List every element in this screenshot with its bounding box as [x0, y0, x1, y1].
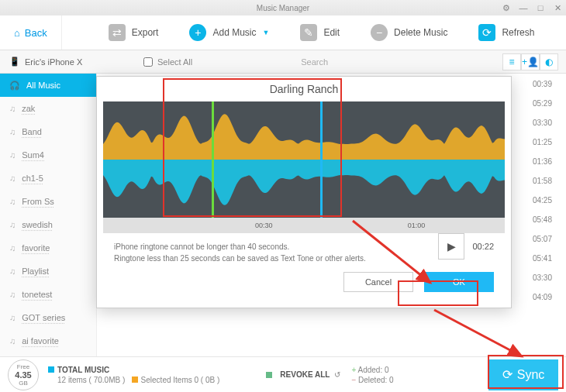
info-line-1: iPhone ringtone cannot be longer than 40… [114, 241, 494, 253]
duration-cell: 05:48 [533, 215, 552, 224]
added-label: Added: 0 [357, 366, 388, 374]
window-titlebar: Music Manager ⚙ — □ ✕ [0, 0, 566, 15]
ok-button[interactable]: OK [424, 272, 494, 292]
sidebar-item-label: All Music [26, 81, 60, 90]
add-icon: + [189, 24, 206, 41]
sidebar-item-label: ch1-5 [22, 174, 43, 183]
total-music-label: TOTAL MUSIC [57, 366, 109, 374]
sidebar-item-label: GOT series [22, 313, 65, 322]
sync-icon: ⟳ [502, 367, 513, 382]
modal-title: Darling Ranch [97, 77, 511, 101]
duration-cell: 05:07 [533, 235, 552, 243]
device-icon: 📱 [9, 57, 20, 67]
playlist-icon: ♫ [9, 266, 16, 276]
sidebar-item-label: Playlist [22, 266, 49, 276]
sidebar-item-got-series[interactable]: ♫GOT series [0, 306, 96, 329]
sidebar-item-label: favorite [22, 243, 50, 253]
sidebar-item-from-ss[interactable]: ♫From Ss [0, 190, 96, 213]
waveform-bottom [103, 160, 505, 218]
sub-toolbar: 📱 Eric's iPhone X Select All Search ≡ +👤… [0, 50, 566, 74]
playlist-icon: ♫ [9, 336, 16, 346]
main-toolbar: ⌂ Back ⇄ Export + Add Music ▼ ✎ Edit − D… [0, 15, 566, 50]
sidebar: 🎧All Music♫zak♫Band♫Sum4♫ch1-5♫From Ss♫s… [0, 74, 97, 380]
sidebar-item-label: tonetest [22, 290, 52, 299]
close-icon[interactable]: ✕ [552, 2, 563, 13]
select-all-label: Select All [157, 57, 192, 67]
play-controls: ▶ 00:22 [438, 233, 494, 260]
delete-music-button[interactable]: − Delete Music [371, 24, 447, 41]
export-button[interactable]: ⇄ Export [109, 24, 159, 41]
minimize-icon[interactable]: — [518, 2, 529, 13]
duration-cell: 01:58 [533, 177, 552, 185]
sidebar-item-sum4[interactable]: ♫Sum4 [0, 143, 96, 167]
sidebar-item-ch1-5[interactable]: ♫ch1-5 [0, 167, 96, 190]
duration-cell: 04:09 [533, 293, 552, 301]
play-button[interactable]: ▶ [438, 233, 464, 260]
home-icon: ⌂ [14, 27, 20, 39]
sidebar-item-band[interactable]: ♫Band [0, 120, 96, 143]
total-music-detail: 12 items ( 70.0MB ) [57, 376, 125, 384]
edit-button[interactable]: ✎ Edit [300, 24, 340, 41]
sidebar-item-all-music[interactable]: 🎧All Music [0, 74, 96, 97]
deleted-label: Deleted: 0 [358, 376, 394, 384]
selected-items-label: Selected Items 0 ( 0B ) [141, 376, 220, 384]
select-all-checkbox[interactable]: Select All [143, 57, 192, 67]
time-axis: 00:30 01:00 [103, 218, 505, 233]
add-music-label: Add Music [212, 27, 256, 38]
sidebar-item-swedish[interactable]: ♫swedish [0, 213, 96, 236]
select-all-input[interactable] [143, 57, 153, 67]
device-selector[interactable]: 📱 Eric's iPhone X [0, 57, 97, 67]
window-title: Music Manager [257, 4, 309, 12]
view-list-icon[interactable]: ≡ [502, 53, 521, 70]
playlist-icon: ♫ [9, 313, 16, 322]
maximize-icon[interactable]: □ [535, 2, 546, 13]
settings-icon[interactable]: ⚙ [501, 2, 512, 13]
axis-tick-1: 00:30 [255, 222, 273, 229]
export-icon: ⇄ [109, 24, 126, 41]
playlist-icon: ♫ [9, 127, 16, 136]
sidebar-item-label: Band [22, 127, 42, 136]
edit-label: Edit [323, 27, 340, 38]
globe-icon[interactable]: ◐ [540, 53, 558, 70]
back-button[interactable]: ⌂ Back [0, 15, 62, 50]
duration-cell: 01:25 [533, 138, 552, 146]
playlist-icon: ♫ [9, 104, 16, 113]
duration-cell: 05:29 [533, 99, 552, 108]
waveform-top [103, 101, 505, 160]
sidebar-item-ai-favorite[interactable]: ♫ai favorite [0, 329, 96, 352]
revoke-all-button[interactable]: REVOKE ALL ↺ [266, 370, 340, 379]
waveform-display[interactable]: 00:30 01:00 [103, 101, 505, 233]
playlist-icon: ♫ [9, 290, 16, 299]
add-user-icon[interactable]: +👤 [521, 53, 540, 70]
duration-cell: 00:39 [533, 80, 552, 88]
sidebar-item-favorite[interactable]: ♫favorite [0, 236, 96, 260]
refresh-button[interactable]: ⟳ Refresh [478, 24, 534, 41]
selection-start-marker[interactable] [212, 101, 214, 218]
back-label: Back [25, 27, 47, 39]
total-music-block: TOTAL MUSIC 12 items ( 70.0MB ) Selected… [48, 366, 219, 384]
free-label: Free [17, 363, 29, 370]
sidebar-item-tonetest[interactable]: ♫tonetest [0, 283, 96, 306]
sidebar-item-label: From Ss [22, 197, 54, 206]
free-value: 4.35 [15, 370, 31, 380]
free-space-badge: Free 4.35 GB [8, 359, 39, 390]
duration-cell: 01:36 [533, 157, 552, 166]
sidebar-item-zak[interactable]: ♫zak [0, 97, 96, 120]
play-time: 00:22 [472, 242, 494, 251]
playlist-icon: ♫ [9, 197, 16, 206]
export-label: Export [132, 27, 159, 38]
delete-icon: − [371, 24, 388, 41]
sidebar-item-playlist[interactable]: ♫Playlist [0, 260, 96, 283]
add-music-button[interactable]: + Add Music ▼ [189, 24, 269, 41]
sidebar-item-label: swedish [22, 220, 53, 229]
device-label: Eric's iPhone X [25, 57, 82, 67]
duration-cell: 03:30 [533, 119, 552, 127]
duration-cell: 03:30 [533, 273, 552, 282]
cancel-button[interactable]: Cancel [343, 272, 413, 292]
delete-music-label: Delete Music [394, 27, 447, 38]
search-input[interactable]: Search [301, 57, 328, 67]
duration-cell: 04:25 [533, 196, 552, 205]
selection-end-marker[interactable] [320, 101, 323, 218]
status-bar: Free 4.35 GB TOTAL MUSIC 12 items ( 70.0… [0, 356, 566, 392]
sync-button[interactable]: ⟳ Sync [488, 359, 558, 390]
